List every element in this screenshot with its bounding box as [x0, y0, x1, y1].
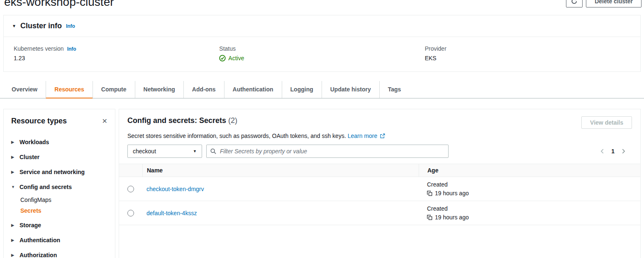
- status-label: Status: [219, 45, 424, 52]
- pagination: 1: [599, 147, 632, 155]
- secrets-count: (2): [228, 116, 237, 125]
- pagination-prev-button[interactable]: [599, 147, 606, 155]
- caret-right-icon: ▶: [11, 238, 15, 242]
- secrets-description: Secret stores sensitive information, suc…: [127, 133, 346, 139]
- cluster-info-info-link[interactable]: Info: [66, 23, 75, 29]
- kubernetes-version-label: Kubernetes version: [14, 45, 64, 52]
- sidebar-item-authentication[interactable]: ▶ Authentication: [11, 233, 107, 248]
- tab-update-history[interactable]: Update history: [322, 81, 379, 98]
- caret-down-icon: ▼: [11, 185, 15, 189]
- caret-down-icon: ▼: [193, 149, 197, 153]
- resources-content: Resource types ✕ ▶ Workloads ▶ Cluster ▶…: [3, 109, 641, 258]
- secrets-description-row: Secret stores sensitive information, suc…: [119, 129, 640, 139]
- external-link-icon: [380, 133, 385, 138]
- kubernetes-version-field: Kubernetes version Info 1.23: [14, 45, 219, 61]
- chevron-right-icon: [620, 148, 626, 154]
- sidebar-item-secrets[interactable]: Secrets: [20, 205, 107, 216]
- secrets-heading: Config and secrets: Secrets (2): [127, 116, 237, 125]
- sidebar-item-workloads[interactable]: ▶ Workloads: [11, 135, 107, 150]
- delete-cluster-button[interactable]: Delete cluster: [586, 0, 642, 7]
- sidebar-item-label: Authorization: [20, 252, 57, 258]
- column-header-name: Name: [142, 164, 419, 177]
- sidebar-item-label: Workloads: [20, 139, 49, 145]
- sidebar-item-configmaps[interactable]: ConfigMaps: [20, 194, 107, 205]
- caret-right-icon: ▶: [11, 223, 15, 227]
- cluster-info-expander[interactable]: ▼ Cluster info Info: [4, 15, 640, 37]
- tab-compute[interactable]: Compute: [93, 81, 135, 98]
- age-value: 19 hours ago: [435, 190, 469, 197]
- secret-name-link[interactable]: checkout-token-dmgrv: [146, 186, 204, 192]
- view-details-button[interactable]: View details: [581, 116, 632, 129]
- sidebar-item-label: Service and networking: [20, 169, 85, 175]
- row-select-radio[interactable]: [127, 210, 134, 216]
- secret-name-link[interactable]: default-token-4kssz: [146, 210, 197, 216]
- sidebar-item-authorization[interactable]: ▶ Authorization: [11, 248, 107, 258]
- sidebar-item-label: Storage: [20, 222, 41, 229]
- tab-add-ons[interactable]: Add-ons: [183, 81, 224, 98]
- provider-field: Provider EKS: [425, 45, 630, 61]
- copy-icon[interactable]: [427, 191, 432, 196]
- column-header-age: Age: [419, 164, 640, 177]
- search-icon: [210, 148, 216, 154]
- copy-icon[interactable]: [427, 215, 432, 220]
- secrets-panel: Config and secrets: Secrets (2) View det…: [119, 109, 641, 258]
- resource-types-panel: Resource types ✕ ▶ Workloads ▶ Cluster ▶…: [3, 109, 115, 258]
- sidebar-item-label: Authentication: [20, 237, 60, 243]
- sidebar-item-config-and-secrets[interactable]: ▼ Config and secrets: [11, 179, 107, 194]
- sidebar-item-cluster[interactable]: ▶ Cluster: [11, 150, 107, 165]
- created-label: Created: [427, 181, 640, 188]
- resource-types-tree: ▶ Workloads ▶ Cluster ▶ Service and netw…: [11, 135, 107, 258]
- kubernetes-version-value: 1.23: [14, 55, 219, 61]
- page-title: eks-workshop-cluster: [4, 0, 114, 9]
- refresh-button[interactable]: [566, 0, 583, 7]
- sidebar-item-service-and-networking[interactable]: ▶ Service and networking: [11, 165, 107, 179]
- learn-more-label: Learn more: [348, 133, 378, 139]
- secrets-table: Name Age checkout-token-dmgrv Created: [119, 164, 640, 225]
- kubernetes-version-info-link[interactable]: Info: [67, 46, 76, 52]
- created-label: Created: [427, 205, 640, 212]
- provider-value: EKS: [425, 55, 630, 61]
- caret-right-icon: ▶: [11, 140, 15, 144]
- cluster-info-body: Kubernetes version Info 1.23 Status Acti…: [4, 37, 640, 71]
- status-field: Status Active: [219, 45, 424, 61]
- pagination-current-page[interactable]: 1: [610, 148, 615, 155]
- learn-more-link[interactable]: Learn more: [348, 133, 385, 139]
- filter-dropdown-value: checkout: [133, 148, 156, 155]
- search-input[interactable]: [206, 145, 449, 158]
- tab-networking[interactable]: Networking: [135, 81, 183, 98]
- tab-overview[interactable]: Overview: [3, 81, 46, 98]
- status-active-icon: [219, 55, 226, 61]
- filter-dropdown[interactable]: checkout ▼: [127, 145, 202, 158]
- search-box: [206, 145, 449, 158]
- chevron-left-icon: [600, 148, 605, 154]
- status-value: Active: [228, 55, 244, 61]
- config-and-secrets-children: ConfigMaps Secrets: [20, 194, 107, 216]
- row-select-radio[interactable]: [127, 186, 134, 192]
- provider-label: Provider: [425, 45, 630, 52]
- caret-right-icon: ▶: [11, 155, 15, 159]
- eks-cluster-page: eks-workshop-cluster Delete cluster ▼ Cl…: [0, 0, 644, 258]
- cluster-info-title: Cluster info: [20, 22, 62, 30]
- refresh-icon: [571, 0, 578, 5]
- close-icon: ✕: [102, 118, 107, 125]
- resource-types-title: Resource types: [11, 117, 67, 125]
- tab-resources[interactable]: Resources: [46, 81, 93, 98]
- tab-logging[interactable]: Logging: [282, 81, 322, 98]
- caret-right-icon: ▶: [11, 253, 15, 257]
- sidebar-item-storage[interactable]: ▶ Storage: [11, 218, 107, 233]
- table-row: checkout-token-dmgrv Created 19 hours ag…: [119, 177, 640, 201]
- filter-row: checkout ▼ 1: [119, 139, 640, 164]
- page-header: eks-workshop-cluster Delete cluster: [0, 0, 644, 12]
- sidebar-item-label: Cluster: [20, 154, 39, 160]
- tab-tags[interactable]: Tags: [379, 81, 410, 98]
- table-header: Name Age: [119, 164, 640, 177]
- close-panel-button[interactable]: ✕: [102, 118, 107, 125]
- caret-down-icon: ▼: [12, 24, 16, 28]
- secrets-heading-text: Config and secrets: Secrets: [127, 116, 226, 125]
- sidebar-item-label: Config and secrets: [20, 184, 72, 190]
- caret-right-icon: ▶: [11, 170, 15, 174]
- tab-authentication[interactable]: Authentication: [224, 81, 282, 98]
- header-actions: Delete cluster: [566, 0, 642, 7]
- table-row: default-token-4kssz Created 19 hours ago: [119, 201, 640, 225]
- pagination-next-button[interactable]: [620, 147, 627, 155]
